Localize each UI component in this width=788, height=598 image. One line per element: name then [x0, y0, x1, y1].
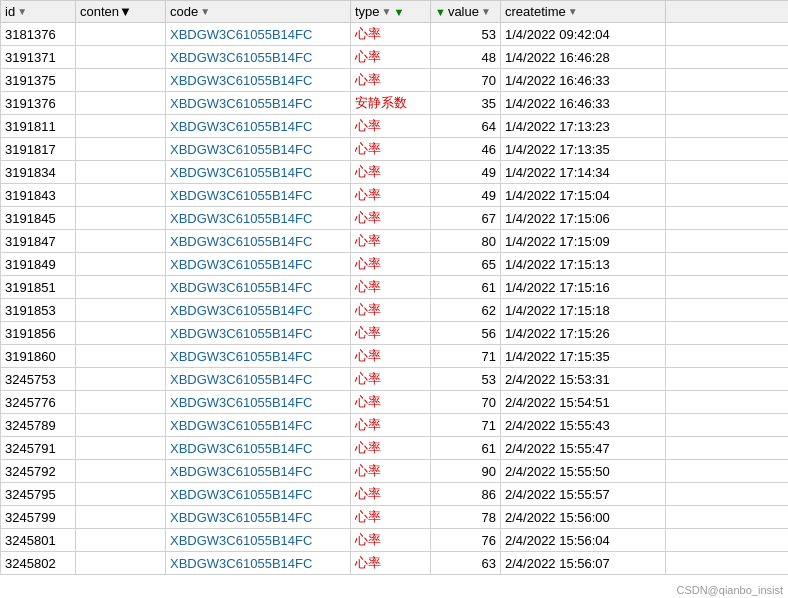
cell-id: 3191371	[1, 46, 76, 69]
cell-createtime: 2/4/2022 15:55:43	[501, 414, 666, 437]
cell-code: XBDGW3C61055B14FC	[166, 69, 351, 92]
cell-value: 70	[431, 69, 501, 92]
cell-type: 心率	[351, 345, 431, 368]
cell-extra	[666, 276, 789, 299]
data-table: id ▼ conten▼ code ▼	[0, 0, 788, 575]
cell-content	[76, 92, 166, 115]
cell-content	[76, 506, 166, 529]
cell-code: XBDGW3C61055B14FC	[166, 115, 351, 138]
cell-createtime: 1/4/2022 17:14:34	[501, 161, 666, 184]
cell-code: XBDGW3C61055B14FC	[166, 460, 351, 483]
cell-type: 心率	[351, 483, 431, 506]
cell-value: 71	[431, 414, 501, 437]
cell-code: XBDGW3C61055B14FC	[166, 276, 351, 299]
table-row: 3245799XBDGW3C61055B14FC心率782/4/2022 15:…	[1, 506, 789, 529]
col-createtime-label: createtime	[505, 4, 566, 19]
table-row: 3191371XBDGW3C61055B14FC心率481/4/2022 16:…	[1, 46, 789, 69]
col-header-createtime[interactable]: createtime ▼	[501, 1, 666, 23]
cell-code: XBDGW3C61055B14FC	[166, 552, 351, 575]
cell-type: 心率	[351, 23, 431, 46]
cell-createtime: 2/4/2022 15:54:51	[501, 391, 666, 414]
cell-createtime: 1/4/2022 16:46:33	[501, 69, 666, 92]
table-row: 3245792XBDGW3C61055B14FC心率902/4/2022 15:…	[1, 460, 789, 483]
col-header-type[interactable]: type ▼ ▼	[351, 1, 431, 23]
cell-type: 心率	[351, 506, 431, 529]
col-header-value[interactable]: ▼ value ▼	[431, 1, 501, 23]
cell-createtime: 2/4/2022 15:55:47	[501, 437, 666, 460]
cell-extra	[666, 207, 789, 230]
cell-content	[76, 138, 166, 161]
cell-type: 心率	[351, 414, 431, 437]
cell-code: XBDGW3C61055B14FC	[166, 414, 351, 437]
cell-createtime: 1/4/2022 17:15:13	[501, 253, 666, 276]
cell-type: 心率	[351, 529, 431, 552]
cell-value: 61	[431, 437, 501, 460]
cell-value: 67	[431, 207, 501, 230]
cell-id: 3191860	[1, 345, 76, 368]
cell-createtime: 1/4/2022 17:15:26	[501, 322, 666, 345]
cell-id: 3191811	[1, 115, 76, 138]
cell-content	[76, 115, 166, 138]
table-row: 3181376XBDGW3C61055B14FC心率531/4/2022 09:…	[1, 23, 789, 46]
col-code-label: code	[170, 4, 198, 19]
cell-id: 3191817	[1, 138, 76, 161]
cell-content	[76, 184, 166, 207]
cell-id: 3191847	[1, 230, 76, 253]
data-table-container: id ▼ conten▼ code ▼	[0, 0, 788, 598]
cell-value: 49	[431, 184, 501, 207]
cell-createtime: 2/4/2022 15:55:57	[501, 483, 666, 506]
cell-code: XBDGW3C61055B14FC	[166, 322, 351, 345]
cell-content	[76, 414, 166, 437]
cell-extra	[666, 92, 789, 115]
col-code-sort-icon: ▼	[200, 6, 210, 17]
col-header-content[interactable]: conten▼	[76, 1, 166, 23]
cell-extra	[666, 529, 789, 552]
cell-content	[76, 552, 166, 575]
cell-value: 53	[431, 23, 501, 46]
cell-createtime: 1/4/2022 17:13:23	[501, 115, 666, 138]
cell-id: 3191845	[1, 207, 76, 230]
cell-id: 3245792	[1, 460, 76, 483]
cell-type: 心率	[351, 161, 431, 184]
cell-extra	[666, 506, 789, 529]
table-row: 3191860XBDGW3C61055B14FC心率711/4/2022 17:…	[1, 345, 789, 368]
cell-createtime: 2/4/2022 15:53:31	[501, 368, 666, 391]
cell-type: 心率	[351, 437, 431, 460]
col-content-label: conten▼	[80, 4, 132, 19]
cell-type: 心率	[351, 299, 431, 322]
cell-extra	[666, 299, 789, 322]
col-header-code[interactable]: code ▼	[166, 1, 351, 23]
cell-createtime: 2/4/2022 15:55:50	[501, 460, 666, 483]
cell-code: XBDGW3C61055B14FC	[166, 437, 351, 460]
col-type-label: type	[355, 4, 380, 19]
cell-value: 65	[431, 253, 501, 276]
table-row: 3191376XBDGW3C61055B14FC安静系数351/4/2022 1…	[1, 92, 789, 115]
cell-createtime: 2/4/2022 15:56:07	[501, 552, 666, 575]
col-header-id[interactable]: id ▼	[1, 1, 76, 23]
col-value-sort-icon: ▼	[481, 6, 491, 17]
cell-type: 心率	[351, 552, 431, 575]
cell-type: 心率	[351, 138, 431, 161]
cell-content	[76, 207, 166, 230]
cell-id: 3191376	[1, 92, 76, 115]
cell-extra	[666, 552, 789, 575]
cell-content	[76, 391, 166, 414]
cell-type: 安静系数	[351, 92, 431, 115]
cell-type: 心率	[351, 69, 431, 92]
table-row: 3245795XBDGW3C61055B14FC心率862/4/2022 15:…	[1, 483, 789, 506]
cell-value: 70	[431, 391, 501, 414]
cell-extra	[666, 414, 789, 437]
cell-id: 3191375	[1, 69, 76, 92]
cell-code: XBDGW3C61055B14FC	[166, 23, 351, 46]
cell-code: XBDGW3C61055B14FC	[166, 368, 351, 391]
cell-value: 62	[431, 299, 501, 322]
cell-createtime: 1/4/2022 16:46:33	[501, 92, 666, 115]
cell-value: 48	[431, 46, 501, 69]
table-row: 3191847XBDGW3C61055B14FC心率801/4/2022 17:…	[1, 230, 789, 253]
cell-type: 心率	[351, 322, 431, 345]
col-value-filter-icon[interactable]: ▼	[435, 6, 446, 18]
cell-code: XBDGW3C61055B14FC	[166, 207, 351, 230]
col-type-sort-icon: ▼	[382, 6, 392, 17]
cell-value: 64	[431, 115, 501, 138]
col-type-filter-icon[interactable]: ▼	[393, 6, 404, 18]
